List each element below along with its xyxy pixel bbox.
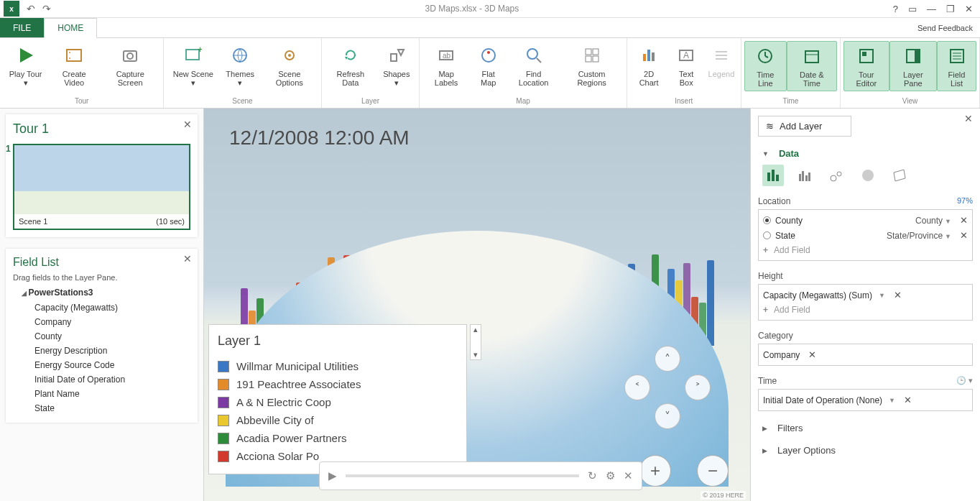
svg-point-2	[69, 52, 70, 53]
viz-clustered-column[interactable]	[794, 165, 815, 186]
date-time-button[interactable]: Date & Time	[787, 41, 837, 91]
zoom-in-button[interactable]: +	[639, 455, 671, 487]
play-tour-button[interactable]: Play Tour ▾	[3, 41, 48, 90]
map-attribution: © 2019 HERE	[701, 491, 746, 500]
height-field[interactable]: Capacity (Megawatts) (Sum)	[763, 290, 872, 300]
new-scene-icon: +	[182, 44, 205, 67]
tab-home[interactable]: HOME	[44, 18, 97, 38]
legend-item: 191 Peachtree Associates	[218, 375, 458, 393]
play-button[interactable]: ▶	[328, 469, 337, 482]
time-field[interactable]: Initial Date of Operation (None)	[763, 395, 882, 405]
rotate-right-button[interactable]: ˃	[685, 374, 711, 400]
field-item[interactable]: County	[34, 329, 190, 344]
new-scene-button[interactable]: +New Scene ▾	[167, 41, 219, 90]
scene-thumbnail[interactable]: 1 Scene 1 (10 sec)	[13, 144, 190, 230]
location-field-name[interactable]: State	[775, 231, 795, 241]
field-list-button[interactable]: Field List	[937, 41, 976, 91]
minimize-button[interactable]: —	[927, 4, 936, 14]
add-height-field[interactable]: +Add Field	[763, 303, 968, 317]
legend-item: A & N Electric Coop	[218, 393, 458, 411]
themes-button[interactable]: Themes ▾	[219, 41, 261, 90]
tilt-up-button[interactable]: ˄	[655, 346, 680, 372]
field-item[interactable]: State	[34, 401, 190, 415]
find-location-button[interactable]: Find Location	[507, 41, 560, 90]
close-field-list[interactable]: ✕	[183, 253, 192, 265]
player-settings-button[interactable]: ⚙	[606, 469, 615, 482]
viz-region[interactable]	[889, 165, 910, 186]
svg-rect-45	[767, 173, 770, 181]
svg-rect-50	[805, 175, 808, 181]
custom-regions-button[interactable]: Custom Regions	[560, 41, 624, 90]
viz-stacked-column[interactable]	[762, 165, 784, 186]
field-item[interactable]: Company	[34, 315, 190, 329]
text-box-button[interactable]: AText Box	[668, 41, 705, 90]
map-zoom-slider[interactable]: ▴▾	[470, 324, 481, 360]
remove-time[interactable]: ✕	[904, 395, 912, 405]
tilt-down-button[interactable]: ˅	[655, 403, 680, 429]
zoom-out-button[interactable]: −	[697, 455, 729, 487]
time-dropdown[interactable]: ▼	[889, 397, 895, 404]
map-canvas[interactable]: 12/1/2008 12:00 AM ▴▾ Layer 1 Willmar Mu…	[204, 109, 750, 501]
geo-type[interactable]: County▼	[915, 216, 951, 226]
remove-location[interactable]: ✕	[960, 230, 968, 241]
height-dropdown[interactable]: ▼	[879, 292, 885, 299]
svg-line-34	[765, 56, 768, 58]
tab-file[interactable]: FILE	[0, 18, 44, 37]
ribbon: Play Tour ▾ Create Video Capture Screen …	[0, 38, 980, 109]
time-slider[interactable]	[346, 474, 579, 477]
send-feedback-link[interactable]: Send Feedback	[910, 18, 980, 37]
viz-heatmap[interactable]	[857, 165, 879, 186]
geo-type[interactable]: State/Province▼	[887, 231, 951, 241]
legend-title: Layer 1	[218, 334, 458, 349]
map-labels-button[interactable]: abMap Labels	[422, 41, 469, 90]
map-legend[interactable]: Layer 1 Willmar Municipal Utilities191 P…	[208, 324, 467, 474]
loop-button[interactable]: ↻	[588, 469, 597, 482]
remove-location[interactable]: ✕	[960, 215, 968, 226]
create-video-button[interactable]: Create Video	[48, 41, 100, 90]
location-confidence[interactable]: 97%	[957, 196, 973, 206]
section-data[interactable]: Data	[762, 148, 973, 159]
rotate-left-button[interactable]: ˂	[624, 374, 650, 400]
add-location-field[interactable]: +Add Field	[763, 243, 968, 257]
location-radio[interactable]	[763, 216, 771, 224]
field-item[interactable]: Initial Date of Operation	[34, 372, 190, 387]
ribbon-tabs: FILE HOME Send Feedback	[0, 18, 980, 38]
scene-options-button[interactable]: Scene Options	[261, 41, 318, 90]
field-table-name[interactable]: PowerStations3	[22, 288, 190, 298]
capture-screen-button[interactable]: Capture Screen	[100, 41, 160, 90]
restore-button[interactable]: ❐	[946, 4, 955, 14]
legend-button[interactable]: Legend	[705, 41, 738, 81]
layer-pane-button[interactable]: Layer Pane	[889, 41, 937, 91]
close-layer-pane[interactable]: ✕	[964, 113, 973, 124]
player-close-button[interactable]: ✕	[624, 469, 633, 482]
viz-bubble[interactable]	[826, 165, 847, 186]
close-button[interactable]: ✕	[965, 4, 973, 14]
height-box: Capacity (Megawatts) (Sum)▼✕ +Add Field	[758, 284, 973, 321]
shapes-button[interactable]: Shapes ▾	[376, 41, 416, 90]
field-item[interactable]: Capacity (Megawatts)	[34, 300, 190, 315]
remove-category[interactable]: ✕	[808, 349, 816, 360]
redo-button[interactable]: ↷	[42, 3, 51, 14]
close-tour-panel[interactable]: ✕	[183, 119, 192, 130]
time-line-button[interactable]: Time Line	[744, 41, 787, 91]
section-layer-options[interactable]: Layer Options	[762, 445, 973, 456]
location-radio[interactable]	[763, 231, 771, 239]
category-field[interactable]: Company	[763, 350, 800, 360]
svg-text:ab: ab	[443, 52, 451, 60]
field-item[interactable]: Energy Source Code	[34, 358, 190, 372]
height-label: Height	[758, 271, 783, 281]
group-insert: 2D Chart AText Box Legend Insert	[627, 38, 741, 108]
help-button[interactable]: ?	[893, 4, 898, 14]
flat-map-button[interactable]: Flat Map	[470, 41, 507, 90]
undo-button[interactable]: ↶	[27, 3, 35, 14]
field-item[interactable]: Energy Description	[34, 344, 190, 358]
section-filters[interactable]: Filters	[762, 423, 973, 433]
location-field-name[interactable]: County	[775, 216, 803, 226]
tour-editor-button[interactable]: Tour Editor	[843, 41, 889, 91]
add-layer-button[interactable]: ≋ Add Layer	[758, 116, 851, 137]
ribbon-options-button[interactable]: ▭	[908, 4, 917, 14]
refresh-data-button[interactable]: Refresh Data	[325, 41, 377, 90]
2d-chart-button[interactable]: 2D Chart	[630, 41, 668, 90]
field-item[interactable]: Plant Name	[34, 387, 190, 401]
remove-height[interactable]: ✕	[894, 290, 902, 300]
